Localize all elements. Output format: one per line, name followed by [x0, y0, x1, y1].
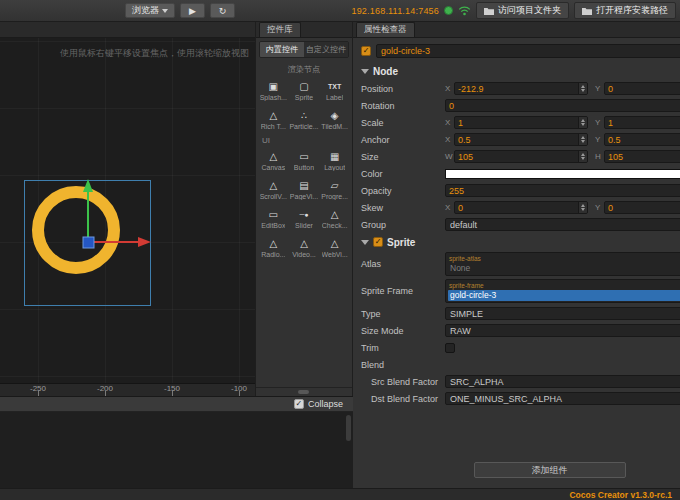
widget-library-tab[interactable]: 控件库 [259, 22, 301, 37]
library-item-canvas[interactable]: △ Canvas [258, 147, 289, 172]
step-down-icon[interactable] [581, 123, 585, 126]
splash-icon: ▣ [269, 79, 278, 94]
rotation-field[interactable] [445, 99, 680, 112]
library-item-richtext[interactable]: △ Rich T... [258, 106, 289, 131]
sprite-section-header[interactable]: ✓ Sprite ⚙ ≡ [361, 234, 680, 250]
node-section-header[interactable]: Node ⚙ [361, 63, 680, 79]
console-scrollbar[interactable] [346, 415, 351, 441]
collapse-checkbox[interactable]: ✓ [294, 399, 304, 409]
library-item-editbox[interactable]: ▭ EditBox [258, 205, 289, 230]
library-item-webview[interactable]: △ WebVi... [319, 234, 350, 259]
color-swatch[interactable] [445, 169, 680, 179]
library-item-layout[interactable]: ▦ Layout [319, 147, 350, 172]
layout-icon: ▦ [330, 149, 339, 164]
skew-y-field[interactable] [604, 201, 680, 214]
position-x-input[interactable] [455, 83, 578, 94]
step-up-icon[interactable] [581, 204, 585, 207]
sprite-enabled-checkbox[interactable]: ✓ [373, 237, 383, 247]
size-w-input[interactable] [455, 151, 578, 162]
type-select[interactable]: SIMPLE [445, 307, 680, 320]
status-bar: Cocos Creator v1.3.0-rc.1 [0, 488, 680, 500]
open-install-path-button[interactable]: 打开程序安装路径 [574, 2, 676, 19]
library-item-pageview[interactable]: ▤ PageVi... [289, 176, 320, 201]
library-item-slider[interactable]: ─● Slider [289, 205, 320, 230]
inspector-tab[interactable]: 属性检查器 [356, 22, 415, 37]
position-x-field[interactable] [454, 82, 588, 95]
library-item-splash[interactable]: ▣ Splash... [258, 77, 289, 102]
webview-icon: △ [331, 236, 339, 251]
size-h-field[interactable] [604, 150, 680, 163]
stepper[interactable] [578, 202, 587, 213]
browser-select[interactable]: 浏览器 [125, 3, 175, 18]
step-down-icon[interactable] [581, 140, 585, 143]
tab-custom-widgets[interactable]: 自定义控件 [304, 42, 348, 57]
position-y-field[interactable] [604, 82, 680, 95]
step-up-icon[interactable] [581, 119, 585, 122]
tab-builtin-widgets[interactable]: 内置控件 [260, 42, 304, 57]
library-item-button[interactable]: ▭ Button [289, 147, 320, 172]
stepper[interactable] [578, 83, 587, 94]
library-item-progressbar[interactable]: ▱ Progre... [319, 176, 350, 201]
size-mode-label: Size Mode [361, 326, 445, 336]
render-items-grid: ▣ Splash... ▢ Sprite TXT Label △ Rich T.… [256, 76, 352, 132]
scene-hint-text: 使用鼠标右键平移设置焦点，使用滚轮缩放视图 [60, 47, 249, 60]
opacity-input[interactable] [446, 185, 680, 196]
skew-x-field[interactable] [454, 201, 588, 214]
skew-y-input[interactable] [605, 202, 680, 213]
node-active-checkbox[interactable]: ✓ [361, 46, 371, 56]
add-component-button[interactable]: 添加组件 [474, 462, 626, 478]
position-y-input[interactable] [605, 83, 680, 94]
stepper[interactable] [578, 134, 587, 145]
anchor-y-input[interactable] [605, 134, 680, 145]
sprite-frame-asset-field[interactable]: sprite-frame gold-circle-3 ✕ [445, 279, 680, 303]
anchor-y-field[interactable] [604, 133, 680, 146]
node-name-input[interactable] [376, 44, 680, 58]
dst-blend-select[interactable]: ONE_MINUS_SRC_ALPHA [445, 392, 680, 405]
skew-x-input[interactable] [455, 202, 578, 213]
step-up-icon[interactable] [581, 136, 585, 139]
library-item-label[interactable]: TXT Label [319, 77, 350, 102]
library-item-checkbox[interactable]: △ Check... [319, 205, 350, 230]
editbox-icon: ▭ [269, 207, 278, 222]
library-item-scrollview[interactable]: △ ScrollV... [258, 176, 289, 201]
size-mode-select[interactable]: RAW [445, 324, 680, 337]
label-txt-icon: TXT [328, 79, 341, 94]
sprite-frame-value[interactable]: gold-circle-3 ✕ [448, 290, 680, 301]
open-project-folder-button[interactable]: 访问项目文件夹 [476, 2, 569, 19]
src-blend-select[interactable]: SRC_ALPHA [445, 375, 680, 388]
step-down-icon[interactable] [581, 157, 585, 160]
anchor-x-input[interactable] [455, 134, 578, 145]
scale-y-field[interactable] [604, 116, 680, 129]
atlas-asset-field[interactable]: sprite-atlas None [445, 252, 680, 276]
blend-label: Blend [361, 360, 445, 370]
play-button[interactable]: ▶ [180, 3, 205, 18]
scale-y-input[interactable] [605, 117, 680, 128]
ruler-label: -250 [30, 384, 46, 393]
library-hscrollbar[interactable] [256, 387, 352, 396]
rotation-input[interactable] [446, 100, 680, 111]
step-up-icon[interactable] [581, 153, 585, 156]
step-down-icon[interactable] [581, 208, 585, 211]
anchor-x-field[interactable] [454, 133, 588, 146]
size-w-field[interactable] [454, 150, 588, 163]
scene-view[interactable]: 使用鼠标右键平移设置焦点，使用滚轮缩放视图 [0, 38, 255, 396]
move-gizmo[interactable] [28, 176, 158, 256]
opacity-field[interactable] [445, 184, 680, 197]
step-up-icon[interactable] [581, 85, 585, 88]
scale-x-field[interactable] [454, 116, 588, 129]
library-item-radio[interactable]: △ Radio... [258, 234, 289, 259]
library-item-particle[interactable]: ∴ Particle... [289, 106, 320, 131]
trim-checkbox[interactable] [445, 343, 455, 353]
stepper[interactable] [578, 151, 587, 162]
library-item-sprite[interactable]: ▢ Sprite [289, 77, 320, 102]
console-panel: ✓ Collapse [0, 396, 353, 488]
step-down-icon[interactable] [581, 89, 585, 92]
group-select[interactable]: default [445, 218, 680, 231]
size-h-input[interactable] [605, 151, 680, 162]
refresh-button[interactable]: ↻ [210, 3, 235, 18]
stepper[interactable] [578, 117, 587, 128]
library-item-video[interactable]: △ Video... [289, 234, 320, 259]
scale-x-input[interactable] [455, 117, 578, 128]
hscrollbar-handle[interactable] [298, 390, 309, 394]
library-item-tiledmap[interactable]: ◈ TiledM... [319, 106, 350, 131]
